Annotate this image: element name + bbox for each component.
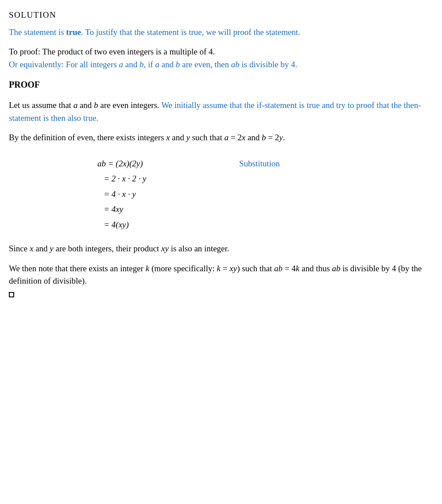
math-expr-5: = 4(xy) [97,219,221,231]
equiv-blue: Or equivalently: For all integers a and … [9,60,297,69]
bydef-paragraph: By the definition of even, there exists … [9,131,424,144]
math-annotation-1: Substitution [239,158,280,170]
math-expr-2: = 2 · x · 2 · y [97,173,221,185]
solution-section: SOLUTION The statement is true. To justi… [9,9,424,301]
math-line-1: ab = (2x)(2y) Substitution [97,158,221,170]
math-line-5: = 4(xy) [97,219,221,231]
math-expr-3: = 4 · x · y [97,188,221,201]
math-expr-1: ab = (2x)(2y) [97,158,221,170]
since-paragraph: Since x and y are both integers, their p… [9,242,424,255]
math-line-2: = 2 · x · 2 · y [97,173,221,185]
wethen-paragraph: We then note that there exists an intege… [9,262,424,301]
intro-paragraph: The statement is true. To justify that t… [9,26,424,39]
toproof-paragraph: To proof: The product of two even intege… [9,46,424,71]
math-line-4: = 4xy [97,203,221,216]
qed-box [9,292,14,297]
math-line-3: = 4 · x · y [97,188,221,201]
proof-heading: PROOF [9,78,424,91]
toproof-black: To proof: The product of two even intege… [9,47,215,56]
let-paragraph: Let us assume that a and b are even inte… [9,99,424,124]
math-display: ab = (2x)(2y) Substitution = 2 · x · 2 ·… [9,158,424,234]
solution-heading: SOLUTION [9,9,424,22]
math-expr-4: = 4xy [97,203,221,216]
intro-blue-text: The statement is true. To justify that t… [9,27,300,37]
